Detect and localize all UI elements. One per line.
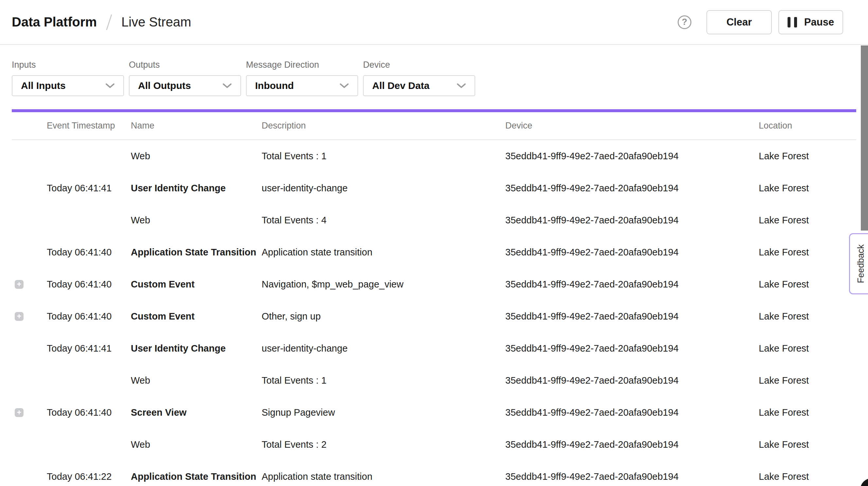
event-description: user-identity-change xyxy=(261,183,505,193)
event-name: Web xyxy=(131,215,261,226)
inputs-select[interactable]: All Inputs xyxy=(12,75,124,96)
event-device: 35eddb41-9ff9-49e2-7aed-20afa90eb194 xyxy=(505,343,759,354)
table-row[interactable]: +Today 06:41:40Screen ViewSignup Pagevie… xyxy=(12,396,856,428)
chevron-down-icon xyxy=(457,83,466,89)
filter-device-label: Device xyxy=(363,60,475,70)
event-timestamp: Today 06:41:40 xyxy=(47,407,131,418)
event-device: 35eddb41-9ff9-49e2-7aed-20afa90eb194 xyxy=(505,311,759,322)
event-timestamp: Today 06:41:40 xyxy=(47,279,131,290)
device-select[interactable]: All Dev Data xyxy=(363,75,475,96)
event-location: Lake Forest xyxy=(759,279,856,290)
breadcrumb: Data Platform Live Stream xyxy=(12,14,191,30)
event-timestamp: Today 06:41:41 xyxy=(47,183,131,193)
table-row[interactable]: WebTotal Events : 435eddb41-9ff9-49e2-7a… xyxy=(12,204,856,236)
event-description: Other, sign up xyxy=(261,311,505,322)
filter-device: Device All Dev Data xyxy=(363,60,475,96)
message-direction-select[interactable]: Inbound xyxy=(246,75,358,96)
column-header-location: Location xyxy=(759,121,856,131)
pause-button-label: Pause xyxy=(804,17,834,28)
chat-launcher-button[interactable] xyxy=(860,478,868,486)
column-header-description: Description xyxy=(261,121,505,131)
event-timestamp: Today 06:41:40 xyxy=(47,311,131,322)
event-device: 35eddb41-9ff9-49e2-7aed-20afa90eb194 xyxy=(505,407,759,418)
clear-button[interactable]: Clear xyxy=(707,10,772,34)
table-row[interactable]: Today 06:41:22Application State Transiti… xyxy=(12,460,856,486)
column-header-device: Device xyxy=(505,121,759,131)
filter-outputs-label: Outputs xyxy=(129,60,241,70)
table-row[interactable]: +Today 06:41:40Custom EventNavigation, $… xyxy=(12,268,856,300)
expand-cell: + xyxy=(12,408,47,417)
event-name: User Identity Change xyxy=(131,183,261,193)
event-location: Lake Forest xyxy=(759,215,856,226)
breadcrumb-separator-icon xyxy=(106,14,112,30)
expand-icon[interactable]: + xyxy=(15,312,24,321)
table-row[interactable]: Today 06:41:40Application State Transiti… xyxy=(12,236,856,268)
pause-button[interactable]: Pause xyxy=(778,10,843,34)
pause-icon xyxy=(787,17,797,28)
table-row[interactable]: +Today 06:41:40Custom EventOther, sign u… xyxy=(12,300,856,332)
event-device: 35eddb41-9ff9-49e2-7aed-20afa90eb194 xyxy=(505,471,759,482)
event-location: Lake Forest xyxy=(759,375,856,386)
table-row[interactable]: Today 06:41:41User Identity Changeuser-i… xyxy=(12,332,856,364)
event-name: Custom Event xyxy=(131,311,261,322)
table-row[interactable]: WebTotal Events : 135eddb41-9ff9-49e2-7a… xyxy=(12,364,856,396)
event-name: Web xyxy=(131,151,261,161)
breadcrumb-page-title: Live Stream xyxy=(121,15,191,29)
filter-message-direction: Message Direction Inbound xyxy=(246,60,358,96)
scrollbar-thumb[interactable] xyxy=(861,45,868,231)
event-device: 35eddb41-9ff9-49e2-7aed-20afa90eb194 xyxy=(505,151,759,161)
event-location: Lake Forest xyxy=(759,151,856,161)
filter-inputs-label: Inputs xyxy=(12,60,124,70)
help-icon[interactable]: ? xyxy=(678,16,691,29)
filters-bar: Inputs All Inputs Outputs All Outputs Me… xyxy=(0,60,868,96)
table-row[interactable]: WebTotal Events : 135eddb41-9ff9-49e2-7a… xyxy=(12,140,856,172)
event-name: Application State Transition xyxy=(131,247,261,258)
expand-icon[interactable]: + xyxy=(15,408,24,417)
chevron-down-icon xyxy=(222,83,232,89)
event-device: 35eddb41-9ff9-49e2-7aed-20afa90eb194 xyxy=(505,247,759,258)
filter-outputs: Outputs All Outputs xyxy=(129,60,241,96)
table-header-row: Event Timestamp Name Description Device … xyxy=(12,112,856,140)
event-name: Custom Event xyxy=(131,279,261,290)
event-location: Lake Forest xyxy=(759,311,856,322)
event-device: 35eddb41-9ff9-49e2-7aed-20afa90eb194 xyxy=(505,439,759,450)
feedback-tab-label: Feedback xyxy=(856,244,866,283)
event-device: 35eddb41-9ff9-49e2-7aed-20afa90eb194 xyxy=(505,375,759,386)
event-description: Application state transition xyxy=(261,471,505,482)
table-body: WebTotal Events : 135eddb41-9ff9-49e2-7a… xyxy=(12,140,856,486)
column-header-event-timestamp: Event Timestamp xyxy=(47,121,131,131)
table-row[interactable]: Today 06:41:41User Identity Changeuser-i… xyxy=(12,172,856,204)
breadcrumb-section[interactable]: Data Platform xyxy=(12,15,97,29)
chevron-down-icon xyxy=(105,83,115,89)
filter-message-direction-label: Message Direction xyxy=(246,60,358,70)
event-timestamp: Today 06:41:41 xyxy=(47,343,131,354)
table-row[interactable]: WebTotal Events : 235eddb41-9ff9-49e2-7a… xyxy=(12,428,856,460)
page-header: Data Platform Live Stream ? Clear Pause xyxy=(0,0,868,45)
chevron-down-icon xyxy=(339,83,349,89)
event-timestamp: Today 06:41:22 xyxy=(47,471,131,482)
event-description: Total Events : 4 xyxy=(261,215,505,226)
event-device: 35eddb41-9ff9-49e2-7aed-20afa90eb194 xyxy=(505,279,759,290)
outputs-select[interactable]: All Outputs xyxy=(129,75,241,96)
event-timestamp: Today 06:41:40 xyxy=(47,247,131,258)
event-name: Web xyxy=(131,375,261,386)
event-device: 35eddb41-9ff9-49e2-7aed-20afa90eb194 xyxy=(505,215,759,226)
events-table: Event Timestamp Name Description Device … xyxy=(12,112,856,486)
event-location: Lake Forest xyxy=(759,439,856,450)
event-name: Application State Transition xyxy=(131,471,261,482)
expand-icon[interactable]: + xyxy=(15,280,24,289)
feedback-tab[interactable]: Feedback xyxy=(849,233,868,294)
message-direction-select-value: Inbound xyxy=(255,80,294,91)
event-name: User Identity Change xyxy=(131,343,261,354)
column-header-name: Name xyxy=(131,121,261,131)
event-description: user-identity-change xyxy=(261,343,505,354)
event-name: Screen View xyxy=(131,407,261,418)
event-name: Web xyxy=(131,439,261,450)
event-location: Lake Forest xyxy=(759,471,856,482)
filter-inputs: Inputs All Inputs xyxy=(12,60,124,96)
header-actions: ? Clear Pause xyxy=(678,10,843,34)
event-description: Total Events : 2 xyxy=(261,439,505,450)
outputs-select-value: All Outputs xyxy=(138,80,191,91)
stream-divider xyxy=(12,109,856,112)
event-description: Total Events : 1 xyxy=(261,151,505,161)
